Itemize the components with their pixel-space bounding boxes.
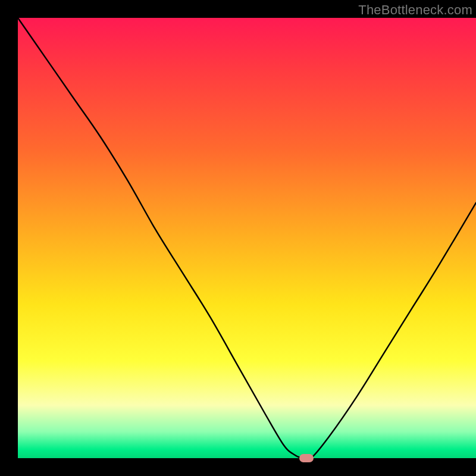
top-border: TheBottleneck.com (0, 0, 476, 18)
curve-svg (18, 18, 476, 458)
watermark-text: TheBottleneck.com (358, 2, 472, 18)
bottom-border (18, 458, 476, 476)
left-border (0, 0, 18, 476)
optimal-marker (299, 454, 314, 462)
chart-container: TheBottleneck.com (0, 0, 476, 476)
bottleneck-curve (18, 18, 476, 458)
